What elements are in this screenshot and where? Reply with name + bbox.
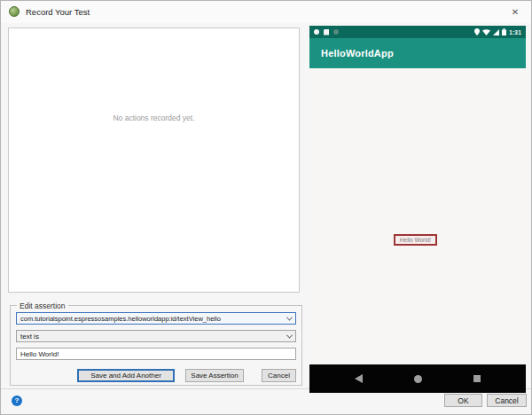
app-action-bar: HelloWorldApp [309,38,526,68]
close-icon[interactable]: ✕ [508,5,522,20]
assertion-cancel-button[interactable]: Cancel [262,369,296,382]
highlighted-textview-hello[interactable]: Hello World! [394,234,437,246]
element-selector-dropdown[interactable]: com.tutorialspoint.espressosamples.hello… [16,312,296,325]
element-selector-value: com.tutorialspoint.espressosamples.hello… [20,315,221,323]
recorded-actions-panel: No actions recorded yet. [8,27,300,293]
edit-assertion-group: Edit assertion com.tutorialspoint.espres… [10,305,302,386]
location-pin-icon [474,28,480,35]
android-nav-bar [309,364,526,393]
recents-icon[interactable] [473,375,481,382]
record-your-test-dialog: Record Your Test ✕ No actions recorded y… [0,0,532,415]
battery-icon [502,28,506,35]
app-title: HelloWorldApp [321,48,394,59]
signal-icon [493,29,499,35]
back-icon[interactable] [355,374,363,383]
notification-dot-dim-icon [333,29,339,35]
dialog-cancel-button[interactable]: Cancel [487,394,527,407]
expected-text-input[interactable] [16,348,296,360]
no-actions-message: No actions recorded yet. [9,114,299,122]
save-and-add-another-button[interactable]: Save and Add Another [77,369,175,382]
app-screen: Hello World! [309,68,526,364]
chevron-down-icon [286,332,293,338]
record-test-app-icon [9,6,20,17]
status-bar-clock: 1:31 [509,29,521,35]
save-assertion-button[interactable]: Save Assertion [185,369,244,382]
status-bar-left-icons [314,29,339,35]
sd-card-icon [324,29,329,35]
assertion-type-dropdown[interactable]: text is [16,330,296,342]
notification-dot-icon [314,29,319,35]
status-bar-right-icons: 1:31 [474,28,521,35]
ok-button[interactable]: OK [444,394,482,407]
help-icon[interactable]: ? [12,395,22,406]
home-icon[interactable] [414,375,422,383]
title-bar: Record Your Test ✕ [1,1,531,23]
device-screenshot-panel: 1:31 HelloWorldApp Hello World! [309,26,526,393]
wifi-icon [482,29,490,35]
android-status-bar: 1:31 [309,26,526,38]
edit-assertion-label: Edit assertion [17,301,68,310]
assertion-type-value: text is [20,333,39,341]
window-title: Record Your Test [26,7,90,17]
chevron-down-icon [286,314,293,320]
